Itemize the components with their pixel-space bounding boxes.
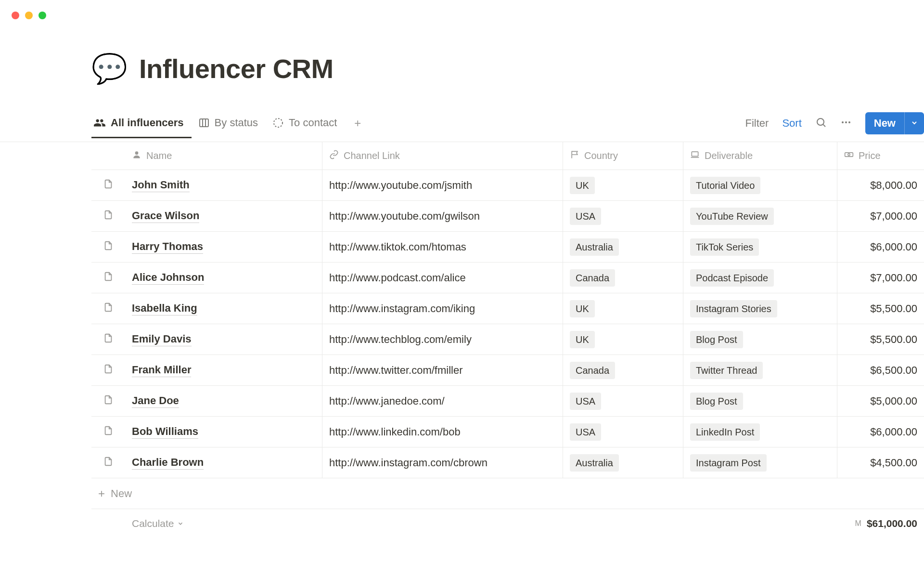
cell-price[interactable]: $6,000.00 (837, 417, 924, 447)
deliverable-chip: Instagram Stories (690, 300, 777, 317)
column-header-channel[interactable]: Channel Link (322, 142, 563, 170)
cell-channel[interactable]: http://www.youtube.com/gwilson (322, 201, 563, 231)
cell-price[interactable]: $6,500.00 (837, 355, 924, 385)
cell-channel[interactable]: http://www.tiktok.com/htomas (322, 232, 563, 262)
table-row[interactable]: Charlie Brownhttp://www.instagram.com/cb… (91, 447, 924, 478)
cell-country[interactable]: UK (563, 170, 683, 200)
tab-by-status[interactable]: By status (196, 117, 266, 138)
table-row[interactable]: Grace Wilsonhttp://www.youtube.com/gwils… (91, 201, 924, 232)
cell-name[interactable]: Charlie Brown (125, 447, 322, 478)
cell-deliverable[interactable]: Instagram Stories (683, 293, 837, 324)
cell-deliverable[interactable]: TikTok Series (683, 232, 837, 262)
cell-price[interactable]: $5,000.00 (837, 386, 924, 416)
price-value: $6,000.00 (870, 426, 917, 438)
cell-name[interactable]: John Smith (125, 170, 322, 200)
column-header-country[interactable]: Country (563, 142, 683, 170)
cell-name[interactable]: Jane Doe (125, 386, 322, 416)
cell-country[interactable]: USA (563, 201, 683, 231)
cell-deliverable[interactable]: Podcast Episode (683, 263, 837, 293)
cell-name[interactable]: Isabella King (125, 293, 322, 324)
price-value: $5,000.00 (870, 395, 917, 407)
cell-price[interactable]: $6,000.00 (837, 232, 924, 262)
cell-country[interactable]: Australia (563, 447, 683, 478)
sort-button[interactable]: Sort (782, 117, 801, 130)
cell-price[interactable]: $5,500.00 (837, 324, 924, 355)
table-row[interactable]: John Smithhttp://www.youtube.com/jsmithU… (91, 170, 924, 201)
row-icon-cell (91, 324, 125, 355)
column-header-deliverable[interactable]: Deliverable (683, 142, 837, 170)
channel-link-text: http://www.techblog.com/emily (329, 333, 472, 346)
cell-name[interactable]: Frank Miller (125, 355, 322, 385)
column-header-price[interactable]: Price (837, 142, 924, 170)
price-value: $8,000.00 (870, 179, 917, 192)
row-icon-cell (91, 232, 125, 262)
cell-channel[interactable]: http://www.janedoe.com/ (322, 386, 563, 416)
add-view-button[interactable]: + (349, 117, 366, 138)
board-icon (198, 117, 210, 129)
link-icon (329, 150, 339, 162)
table-row[interactable]: Frank Millerhttp://www.twitter.com/fmill… (91, 355, 924, 386)
table-row[interactable]: Alice Johnsonhttp://www.podcast.com/alic… (91, 263, 924, 293)
cell-country[interactable]: Canada (563, 263, 683, 293)
cell-deliverable[interactable]: Blog Post (683, 324, 837, 355)
cell-country[interactable]: USA (563, 386, 683, 416)
channel-link-text: http://www.janedoe.com/ (329, 395, 445, 407)
cell-country[interactable]: Australia (563, 232, 683, 262)
cell-country[interactable]: USA (563, 417, 683, 447)
cell-channel[interactable]: http://www.techblog.com/emily (322, 324, 563, 355)
window-minimize-icon[interactable] (25, 12, 33, 19)
cell-country[interactable]: UK (563, 324, 683, 355)
cell-deliverable[interactable]: YouTube Review (683, 201, 837, 231)
row-icon-cell (91, 263, 125, 293)
new-button-dropdown[interactable] (904, 112, 924, 134)
column-label: Channel Link (344, 150, 400, 161)
cell-deliverable[interactable]: Instagram Post (683, 447, 837, 478)
page-header: 💬 Influencer CRM (91, 53, 924, 84)
row-icon-cell (91, 447, 125, 478)
channel-link-text: http://www.youtube.com/jsmith (329, 179, 472, 192)
column-label: Price (859, 150, 881, 161)
cell-deliverable[interactable]: Blog Post (683, 386, 837, 416)
cell-channel[interactable]: http://www.twitter.com/fmiller (322, 355, 563, 385)
cell-deliverable[interactable]: Tutorial Video (683, 170, 837, 200)
table-row[interactable]: Isabella Kinghttp://www.instagram.com/ik… (91, 293, 924, 324)
cell-deliverable[interactable]: LinkedIn Post (683, 417, 837, 447)
cell-channel[interactable]: http://www.linkedin.com/bob (322, 417, 563, 447)
tab-all-influencers[interactable]: All influencers (91, 117, 192, 138)
cell-name[interactable]: Emily Davis (125, 324, 322, 355)
new-button[interactable]: New (865, 112, 924, 134)
cell-channel[interactable]: http://www.podcast.com/alice (322, 263, 563, 293)
cell-price[interactable]: $7,000.00 (837, 263, 924, 293)
cell-price[interactable]: $5,500.00 (837, 293, 924, 324)
cell-channel[interactable]: http://www.instagram.com/cbrown (322, 447, 563, 478)
cell-name[interactable]: Bob Williams (125, 417, 322, 447)
window-close-icon[interactable] (12, 12, 19, 19)
cell-country[interactable]: Canada (563, 355, 683, 385)
window-zoom-icon[interactable] (38, 12, 46, 19)
ellipsis-icon (840, 117, 852, 130)
page-title[interactable]: Influencer CRM (139, 53, 334, 84)
table-row[interactable]: Jane Doehttp://www.janedoe.com/USABlog P… (91, 386, 924, 417)
table-row[interactable]: Emily Davishttp://www.techblog.com/emily… (91, 324, 924, 355)
cell-name[interactable]: Grace Wilson (125, 201, 322, 231)
cell-price[interactable]: $4,500.00 (837, 447, 924, 478)
more-options-button[interactable] (840, 117, 852, 130)
add-row-button[interactable]: + New (91, 478, 924, 509)
filter-button[interactable]: Filter (745, 117, 769, 130)
cell-name[interactable]: Harry Thomas (125, 232, 322, 262)
cell-deliverable[interactable]: Twitter Thread (683, 355, 837, 385)
cell-channel[interactable]: http://www.youtube.com/jsmith (322, 170, 563, 200)
table-row[interactable]: Harry Thomashttp://www.tiktok.com/htomas… (91, 232, 924, 263)
cell-name[interactable]: Alice Johnson (125, 263, 322, 293)
column-header-name[interactable]: Name (125, 142, 322, 170)
tab-to-contact[interactable]: To contact (270, 117, 345, 138)
cell-price[interactable]: $8,000.00 (837, 170, 924, 200)
cell-country[interactable]: UK (563, 293, 683, 324)
table-row[interactable]: Bob Williamshttp://www.linkedin.com/bobU… (91, 417, 924, 447)
price-value: $7,000.00 (870, 272, 917, 284)
cell-channel[interactable]: http://www.instagram.com/iking (322, 293, 563, 324)
page-emoji-icon[interactable]: 💬 (91, 54, 128, 83)
cell-price[interactable]: $7,000.00 (837, 201, 924, 231)
calculate-button[interactable]: Calculate (132, 518, 184, 529)
search-button[interactable] (815, 117, 827, 130)
